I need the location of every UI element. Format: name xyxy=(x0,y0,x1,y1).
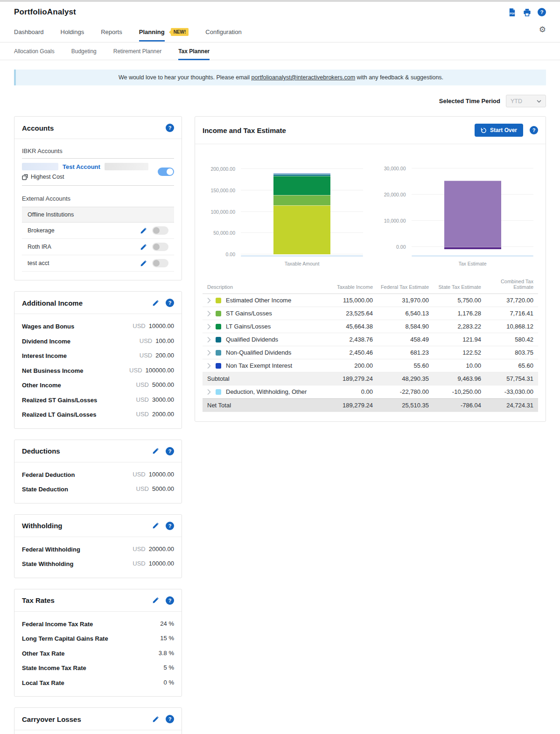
account-toggle[interactable] xyxy=(158,168,174,176)
tab-configuration[interactable]: Configuration xyxy=(205,23,241,42)
tax-rates-panel: Tax Rates?Federal Income Tax Rate24 %Lon… xyxy=(14,589,182,697)
bar-segment-st-gains-losses[interactable] xyxy=(273,195,330,205)
pdf-export-icon[interactable]: PDF xyxy=(508,8,517,17)
help-icon[interactable]: ? xyxy=(166,715,174,723)
kv-value: USD10000.00 xyxy=(133,470,174,478)
cell-value: 0.00 xyxy=(321,388,373,395)
cost-method-line: Highest Cost xyxy=(22,174,148,180)
help-icon[interactable]: ? xyxy=(530,126,538,134)
subtab-retirement-planner[interactable]: Retirement Planner xyxy=(113,42,161,60)
tab-label: Holdings xyxy=(61,28,84,35)
row-description-cell: Qualified Dividends xyxy=(207,336,321,343)
bar-segment-qualified-dividends[interactable] xyxy=(273,175,330,175)
kv-label: Long Term Capital Gains Rate xyxy=(22,634,108,643)
tab-reports[interactable]: Reports xyxy=(101,23,122,42)
account-toggle[interactable] xyxy=(152,243,168,251)
column-header-combined-tax-estimate: Combined Tax Estimate xyxy=(491,279,533,290)
estimate-title: Income and Tax Estimate xyxy=(203,126,475,134)
expand-chevron-icon[interactable] xyxy=(207,389,211,395)
help-icon[interactable]: ? xyxy=(166,596,174,605)
accounts-title: Accounts xyxy=(22,124,166,132)
help-icon[interactable]: ? xyxy=(166,447,174,455)
expand-chevron-icon[interactable] xyxy=(207,311,211,316)
gear-icon[interactable]: ⚙ xyxy=(539,26,546,34)
cell-value: 115,000.00 xyxy=(321,297,373,304)
expand-chevron-icon[interactable] xyxy=(207,337,211,343)
expand-chevron-icon[interactable] xyxy=(207,350,211,356)
tab-planning[interactable]: PlanningNEW! xyxy=(139,23,189,42)
kv-row-state-withholding: State WithholdingUSD10000.00 xyxy=(22,557,174,572)
expand-chevron-icon[interactable] xyxy=(207,298,211,303)
app-title: PortfolioAnalyst xyxy=(14,7,76,17)
expand-chevron-icon[interactable] xyxy=(207,324,211,329)
bar-segment-state-tax-estimate[interactable] xyxy=(444,247,501,249)
kv-value: USD100000.00 xyxy=(129,366,174,374)
edit-pencil-icon[interactable] xyxy=(140,259,147,267)
cell-value: 10,868.12 xyxy=(481,323,533,330)
amount-value: 200.00 xyxy=(155,352,174,359)
tab-dashboard[interactable]: Dashboard xyxy=(14,23,44,42)
deductions-panel: Deductions?Federal DeductionUSD10000.00S… xyxy=(14,440,182,503)
amount-value: 2000.00 xyxy=(152,411,174,418)
bar-segment-non-tax-exempt-interest[interactable] xyxy=(273,173,330,174)
y-axis-tick-label: 100,000.00 xyxy=(200,209,235,215)
cell-value: 25,510.35 xyxy=(373,402,429,409)
kv-row-other-income: Other IncomeUSD5000.00 xyxy=(22,378,174,393)
kv-row-local-tax-rate: Local Tax Rate0 % xyxy=(22,676,174,691)
edit-pencil-icon[interactable] xyxy=(140,243,147,251)
row-label: Net Total xyxy=(207,402,231,409)
help-icon[interactable]: ? xyxy=(166,299,174,307)
header-icons: PDF ? xyxy=(508,8,546,17)
external-account-row-roth-ira: Roth IRA xyxy=(22,239,174,255)
currency-code: USD xyxy=(133,545,145,552)
withholding-rows: Federal WithholdingUSD20000.00State With… xyxy=(14,537,182,578)
ibkr-accounts-heading: IBKR Accounts xyxy=(22,147,174,158)
table-row-lt-gains-losses: LT Gains/Losses45,664.388,584.902,283.22… xyxy=(203,320,538,333)
account-toggle[interactable] xyxy=(152,226,168,235)
cell-value: 458.49 xyxy=(373,336,429,343)
subtab-budgeting[interactable]: Budgeting xyxy=(71,42,97,60)
bar-segment-lt-gains-losses[interactable] xyxy=(273,176,330,196)
tab-holdings[interactable]: Holdings xyxy=(61,23,84,42)
account-toggle[interactable] xyxy=(152,259,168,267)
x-axis-category-label: Tax Estimate xyxy=(412,261,534,266)
kv-value: USD20000.00 xyxy=(133,545,174,552)
subtab-tax-planner[interactable]: Tax Planner xyxy=(178,42,210,60)
cell-value: 31,970.00 xyxy=(373,297,429,304)
start-over-button[interactable]: Start Over xyxy=(475,124,523,137)
edit-pencil-icon[interactable] xyxy=(152,299,159,307)
help-icon[interactable]: ? xyxy=(538,8,546,16)
tab-label: Planning xyxy=(139,28,165,35)
account-name-link[interactable]: Test Account xyxy=(63,163,100,170)
row-description-cell: Net Total xyxy=(207,402,321,409)
deductions-header: Deductions? xyxy=(14,440,182,462)
edit-pencil-icon[interactable] xyxy=(152,522,159,530)
kv-value: USD2000.00 xyxy=(136,410,174,418)
subtab-allocation-goals[interactable]: Allocation Goals xyxy=(14,42,55,60)
print-icon[interactable] xyxy=(523,8,532,17)
kv-label: Other Tax Rate xyxy=(22,649,65,658)
time-period-select[interactable]: YTD xyxy=(506,95,546,107)
panel-title: Carryover Losses xyxy=(22,715,152,723)
cell-value: 7,716.41 xyxy=(481,310,533,317)
help-icon[interactable]: ? xyxy=(166,124,174,132)
edit-pencil-icon[interactable] xyxy=(140,227,147,234)
kv-row-state-deduction: State DeductionUSD5000.00 xyxy=(22,482,174,497)
help-icon[interactable]: ? xyxy=(166,522,174,530)
bar-segment-estimated-other-income[interactable] xyxy=(273,205,330,254)
kv-value: USD3000.00 xyxy=(136,396,174,403)
row-description-cell: Subtotal xyxy=(207,375,321,382)
expand-chevron-icon[interactable] xyxy=(207,363,211,369)
y-axis-tick-label: 50,000.00 xyxy=(200,230,235,236)
carryover-losses-rows: Short-term Carryover LossUSD2000.00Long-… xyxy=(14,730,182,734)
feedback-email-link[interactable]: portfolioanalyst@interactivebrokers.com xyxy=(252,74,356,81)
external-account-rows: BrokerageRoth IRAtest acct xyxy=(22,223,174,272)
toggle-knob xyxy=(153,244,160,250)
chevron-down-icon xyxy=(537,100,541,103)
edit-pencil-icon[interactable] xyxy=(152,447,159,455)
edit-pencil-icon[interactable] xyxy=(152,715,159,723)
edit-pencil-icon[interactable] xyxy=(152,597,159,604)
bar-segment-non-qualified-dividends[interactable] xyxy=(273,174,330,175)
column-header-taxable-income: Taxable Income xyxy=(321,284,373,290)
bar-segment-federal-tax-estimate[interactable] xyxy=(444,181,501,247)
